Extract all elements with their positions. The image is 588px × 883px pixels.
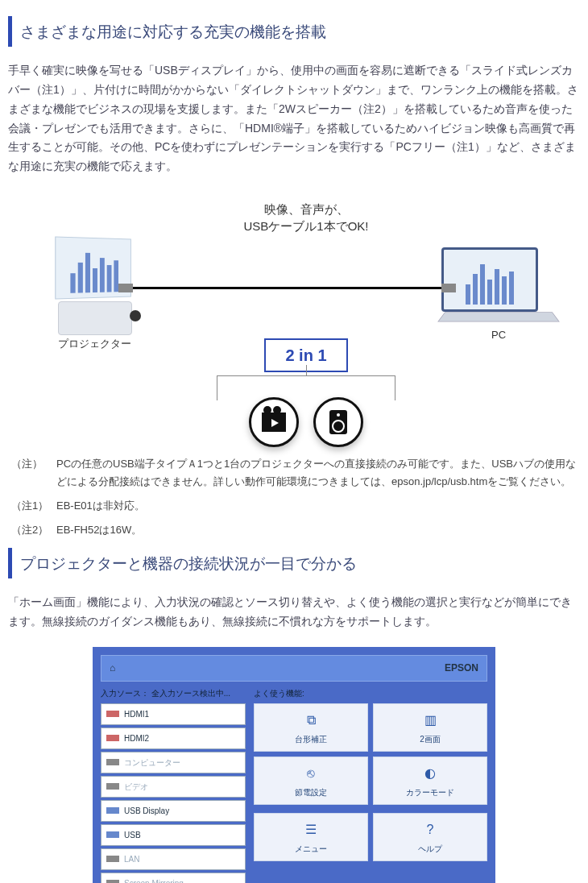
diagram-top-label: 映像、音声が、 USBケーブル1本でOK! [56,201,556,234]
laptop-base-icon [437,312,560,321]
source-label: コンピューター [124,756,180,769]
section2-title: プロジェクターと機器の接続状況が一目で分かる [8,548,580,578]
source-label: HDMI2 [124,732,149,745]
source-button[interactable]: HDMI1 [101,703,246,725]
plug-icon [106,856,119,862]
section2-paragraph: 「ホーム画面」機能により、入力状況の確認とソース切り替えや、よく使う機能の選択と… [8,593,580,632]
func-button[interactable]: ◐カラーモード [373,757,487,805]
note-label: （注） [11,455,56,491]
plug-icon [106,711,119,717]
plug-icon [106,735,119,741]
note-row: （注1）EB-E01は非対応。 [11,497,577,515]
plug-icon [106,759,119,765]
func-label: メニュー [295,844,327,853]
pc-label: PC [441,326,556,344]
note-label: （注2） [11,521,56,539]
func-icon: ▥ [377,709,483,731]
section1-title: さまざまな用途に対応する充実の機能を搭載 [8,16,580,47]
laptop-screen-icon [441,247,538,312]
diagram-line2: USBケーブル1本でOK! [243,219,368,233]
func-label: 2画面 [420,735,441,744]
func-icon: ? [377,819,483,840]
home-top-bar: ⌂ EPSON [101,655,487,681]
usb-2in1-diagram: 映像、音声が、 USBケーブル1本でOK! プロジェクター PC 2 in 1 [8,193,580,455]
func-label: 台形補正 [295,735,327,744]
func-button[interactable]: ☰メニュー [254,813,368,861]
source-label: HDMI1 [124,707,149,721]
note-body: PCの任意のUSB端子タイプＡ1つと1台のプロジェクターへの直接接続のみ可能です… [56,455,577,491]
split-line [217,375,395,400]
source-button[interactable]: ビデオ [101,776,246,798]
notes-block: （注）PCの任意のUSB端子タイプＡ1つと1台のプロジェクターへの直接接続のみ可… [8,455,580,539]
func-button[interactable]: ?ヘルプ [373,813,487,861]
source-label: LAN [124,852,139,866]
func-label: ヘルプ [418,844,442,853]
plug-icon [106,831,119,838]
note-body: EB-E01は非対応。 [56,497,577,515]
projector-label: プロジェクター [56,335,133,353]
plug-icon [106,880,119,883]
brand-label: EPSON [445,660,478,676]
plug-icon [106,807,119,814]
note-label: （注1） [11,497,56,515]
source-button[interactable]: Screen Mirroring [101,873,246,883]
speaker-icon [313,397,363,447]
section1-paragraph: 手早く確実に映像を写せる「USBディスプレイ」から、使用中の画面を容易に遮断でき… [8,61,580,176]
home-icon: ⌂ [110,660,115,676]
func-button[interactable]: ⧉台形補正 [254,703,368,752]
func-label: カラーモード [406,788,454,797]
source-button[interactable]: USB Display [101,800,246,822]
note-body: EB-FH52は16W。 [56,521,577,539]
home-screen-mock: ⌂ EPSON 入力ソース： 全入力ソース検出中... HDMI1HDMI2コン… [93,647,495,883]
func-title: よく使う機能: [254,686,487,700]
video-icon [249,397,299,447]
pc-graphic: PC [441,247,556,344]
src-title: 入力ソース： 全入力ソース検出中... [101,686,246,700]
projector-icon [58,301,132,335]
func-button[interactable]: ▥2画面 [373,703,487,752]
func-label: 節電設定 [295,788,327,797]
source-button[interactable]: LAN [101,848,246,870]
source-label: USB Display [124,804,169,818]
func-icon: ◐ [377,762,483,784]
source-label: Screen Mirroring [124,877,184,883]
cable-icon [133,287,441,289]
source-label: USB [124,828,141,842]
source-label: ビデオ [124,780,148,794]
func-icon: ☰ [258,819,364,840]
func-icon: ⎋ [258,762,364,784]
note-row: （注2）EB-FH52は16W。 [11,521,577,539]
note-row: （注）PCの任意のUSB端子タイプＡ1つと1台のプロジェクターへの直接接続のみ可… [11,455,577,491]
source-button[interactable]: コンピューター [101,752,246,773]
source-button[interactable]: HDMI2 [101,728,246,749]
plug-icon [106,783,119,790]
diagram-line1: 映像、音声が、 [264,202,349,216]
projector-graphic: プロジェクター [56,238,133,353]
func-button[interactable]: ⎋節電設定 [254,757,368,805]
source-button[interactable]: USB [101,824,246,846]
func-icon: ⧉ [258,709,364,731]
